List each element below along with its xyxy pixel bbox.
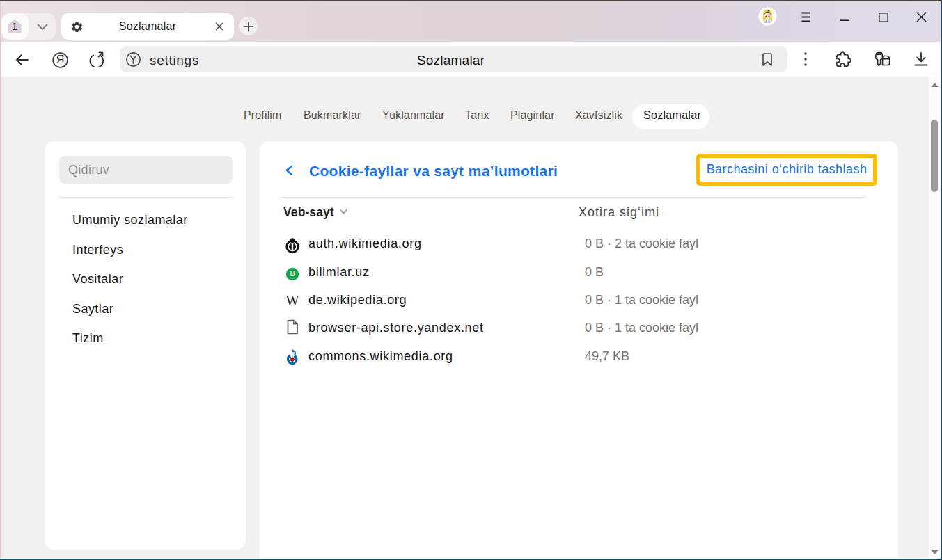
- svg-text:1: 1: [12, 21, 17, 32]
- svg-text:W: W: [286, 295, 299, 308]
- svg-text:B: B: [290, 269, 295, 278]
- svg-text:Я: Я: [56, 53, 65, 65]
